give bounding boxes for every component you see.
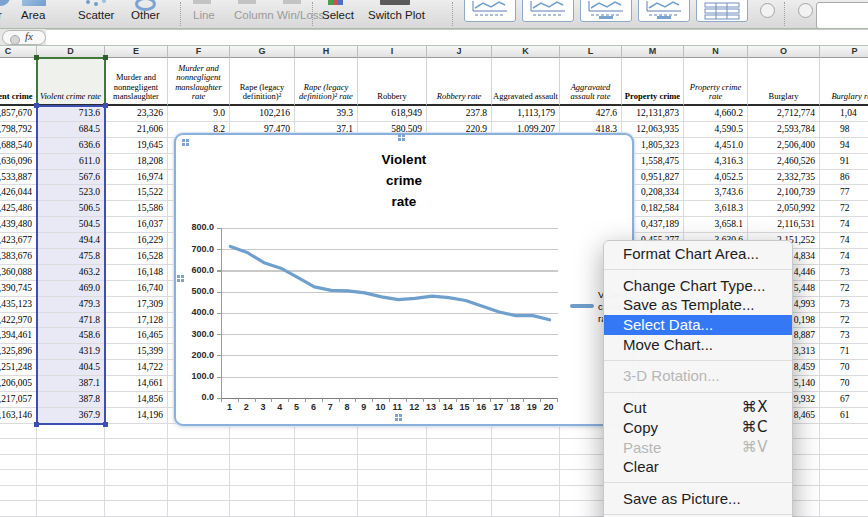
table-cell[interactable]: 1,325,896 — [0, 344, 37, 360]
column-letter-P[interactable]: P — [820, 46, 868, 58]
table-cell[interactable]: 1,857,670 — [0, 106, 37, 122]
empty-cell[interactable] — [105, 439, 168, 455]
table-cell[interactable]: 16,229 — [105, 233, 168, 249]
empty-cell[interactable] — [230, 470, 295, 486]
table-cell[interactable]: 14,661 — [105, 376, 168, 392]
table-cell[interactable]: 504.5 — [37, 217, 105, 233]
table-cell[interactable]: 70 — [820, 376, 868, 392]
table-cell[interactable]: 567.6 — [37, 170, 105, 186]
table-cell[interactable]: 427.6 — [560, 106, 622, 122]
empty-cell[interactable] — [820, 439, 868, 455]
column-letter-J[interactable]: J — [427, 46, 492, 58]
empty-cell[interactable] — [37, 486, 105, 502]
table-cell[interactable]: 12,131,873 — [622, 106, 684, 122]
table-cell[interactable]: 611.0 — [37, 154, 105, 170]
table-cell[interactable]: 1,360,088 — [0, 265, 37, 281]
empty-cell[interactable] — [230, 486, 295, 502]
table-cell[interactable]: 636.6 — [37, 138, 105, 154]
table-cell[interactable]: 71 — [820, 344, 868, 360]
table-cell[interactable]: 21,606 — [105, 122, 168, 138]
column-letter-K[interactable]: K — [492, 46, 560, 58]
toolbar-button-bar[interactable]: Bar — [0, 9, 2, 21]
chart-layout-button[interactable] — [580, 0, 632, 22]
table-cell[interactable]: 102,216 — [230, 106, 295, 122]
empty-cell[interactable] — [105, 424, 168, 440]
empty-cell[interactable] — [0, 439, 37, 455]
help-circle-button[interactable] — [798, 3, 813, 18]
empty-cell[interactable] — [168, 439, 230, 455]
empty-cell[interactable] — [105, 486, 168, 502]
table-cell[interactable]: 15,522 — [105, 185, 168, 201]
plot-area[interactable] — [221, 228, 558, 399]
toolbar-button-scatter[interactable]: Scatter — [78, 9, 114, 21]
empty-cell[interactable] — [0, 486, 37, 502]
table-cell[interactable]: 17,309 — [105, 297, 168, 313]
field-header[interactable]: Violent crime rate — [37, 58, 105, 106]
empty-cell[interactable] — [492, 501, 560, 517]
table-cell[interactable]: 74 — [820, 249, 868, 265]
table-cell[interactable]: 1,435,123 — [0, 297, 37, 313]
table-cell[interactable]: 1,636,096 — [0, 154, 37, 170]
empty-cell[interactable] — [820, 470, 868, 486]
empty-cell[interactable] — [105, 501, 168, 517]
table-cell[interactable]: 73 — [820, 265, 868, 281]
table-cell[interactable]: 1,390,745 — [0, 281, 37, 297]
empty-cell[interactable] — [427, 470, 492, 486]
empty-cell[interactable] — [492, 424, 560, 440]
column-letter-H[interactable]: H — [295, 46, 358, 58]
table-cell[interactable]: 3,743.6 — [684, 185, 748, 201]
table-cell[interactable]: 3,618.3 — [684, 201, 748, 217]
empty-cell[interactable] — [37, 424, 105, 440]
table-cell[interactable]: 1,394,461 — [0, 328, 37, 344]
empty-cell[interactable] — [230, 455, 295, 471]
table-cell[interactable]: 16,465 — [105, 328, 168, 344]
empty-cell[interactable] — [820, 424, 868, 440]
table-cell[interactable]: 1,251,248 — [0, 360, 37, 376]
empty-cell[interactable] — [0, 470, 37, 486]
field-header[interactable]: Burglary — [748, 58, 820, 106]
table-cell[interactable]: 19,645 — [105, 138, 168, 154]
chart-title[interactable]: Violentcrimerate — [176, 149, 632, 212]
menu-item-copy[interactable]: Copy⌘C — [604, 418, 792, 438]
table-cell[interactable]: 15,399 — [105, 344, 168, 360]
empty-cell[interactable] — [427, 486, 492, 502]
column-letter-G[interactable]: G — [230, 46, 295, 58]
menu-item-format-chart-area[interactable]: Format Chart Area... — [604, 244, 792, 264]
table-cell[interactable]: 91 — [820, 154, 868, 170]
table-cell[interactable]: 16,974 — [105, 170, 168, 186]
empty-cell[interactable] — [358, 470, 427, 486]
formula-input[interactable] — [46, 29, 868, 45]
empty-cell[interactable] — [295, 455, 358, 471]
table-cell[interactable]: 74 — [820, 233, 868, 249]
chart-layout-button[interactable] — [696, 0, 748, 22]
empty-cell[interactable] — [492, 470, 560, 486]
field-header[interactable]: Violent crime — [0, 58, 37, 106]
chart-layout-button[interactable] — [464, 0, 516, 22]
column-letter-E[interactable]: E — [105, 46, 168, 58]
table-cell[interactable]: 431.9 — [37, 344, 105, 360]
table-cell[interactable]: 2,460,526 — [748, 154, 820, 170]
empty-cell[interactable] — [358, 439, 427, 455]
table-cell[interactable]: 16,740 — [105, 281, 168, 297]
chart-layout-button[interactable] — [522, 0, 574, 22]
table-cell[interactable]: 463.2 — [37, 265, 105, 281]
toolbar-button-other[interactable]: Other — [131, 9, 160, 21]
table-cell[interactable]: 1,163,146 — [0, 408, 37, 424]
table-cell[interactable]: 618,949 — [358, 106, 427, 122]
column-letter-O[interactable]: O — [748, 46, 820, 58]
chart-grip[interactable] — [182, 139, 185, 142]
field-header[interactable]: Rape (legacy definition)² rate — [295, 58, 358, 106]
table-cell[interactable]: 2,116,531 — [748, 217, 820, 233]
chart-layout-button[interactable] — [638, 0, 690, 22]
empty-cell[interactable] — [37, 439, 105, 455]
table-cell[interactable]: 15,586 — [105, 201, 168, 217]
menu-item-cut[interactable]: Cut⌘X — [604, 398, 792, 418]
table-cell[interactable]: 1,422,970 — [0, 313, 37, 329]
empty-cell[interactable] — [820, 501, 868, 517]
column-letter-N[interactable]: N — [684, 46, 748, 58]
empty-cell[interactable] — [295, 424, 358, 440]
field-header[interactable]: Murder and nonnegligent manslaughter — [105, 58, 168, 106]
table-cell[interactable]: 14,856 — [105, 392, 168, 408]
field-header[interactable]: Aggravated assault — [492, 58, 560, 106]
column-letter-F[interactable]: F — [168, 46, 230, 58]
